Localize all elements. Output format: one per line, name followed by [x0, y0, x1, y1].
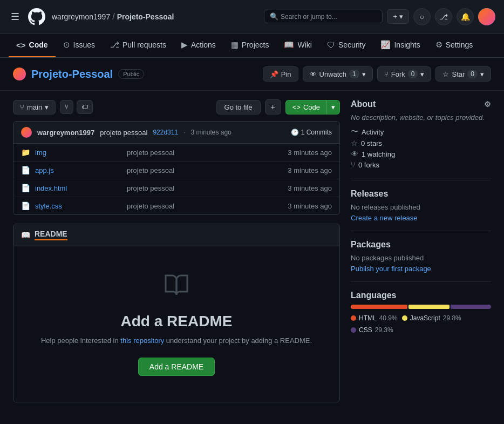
readme-heading: Add a README — [26, 313, 326, 330]
add-file-button[interactable]: + — [265, 99, 281, 115]
branch-icon-row: ⑂ 🏷 — [60, 100, 93, 114]
eye-stat-icon: 👁 — [351, 150, 358, 158]
actions-nav-icon: ▶ — [181, 40, 188, 50]
readme-subtext-link[interactable]: this repository — [120, 336, 164, 345]
nav-item-projects[interactable]: ▦ Projects — [223, 33, 277, 57]
activity-stat[interactable]: 〜 Activity — [351, 127, 491, 137]
about-settings-icon[interactable]: ⚙ — [484, 100, 491, 109]
readme-title: README — [35, 230, 67, 240]
avatar-image — [478, 8, 495, 25]
activity-icon: 〜 — [351, 127, 358, 137]
css-lang-item[interactable]: CSS 29.3% — [351, 326, 393, 334]
breadcrumb-user[interactable]: wargreymon1997 — [52, 12, 110, 21]
nav-label-code: Code — [29, 41, 48, 49]
table-row: 📄 style.css projeto pessoal 3 minutes ag… — [13, 197, 339, 214]
tag-button[interactable]: 🏷 — [77, 100, 93, 114]
nav-item-pull-requests[interactable]: ⎇ Pull requests — [103, 33, 174, 57]
branch-caret-icon: ▾ — [45, 103, 49, 111]
pin-button[interactable]: 📌 Pin — [263, 66, 298, 82]
search-icon: 🔍 — [270, 12, 278, 21]
fork-button[interactable]: ⑂ Fork 0 ▾ — [377, 66, 432, 82]
stars-stat[interactable]: ☆ 0 stars — [351, 139, 491, 147]
sidebar-divider-2 — [351, 231, 491, 231]
about-title: About ⚙ — [351, 99, 491, 109]
nav-label-actions: Actions — [191, 41, 216, 49]
js-lang-item[interactable]: JavaScript 29.8% — [402, 314, 461, 322]
nav-item-issues[interactable]: ⊙ Issues — [56, 33, 103, 57]
file-name-stylecss[interactable]: style.css — [35, 202, 121, 210]
nav-label-security: Security — [338, 41, 366, 49]
languages-section: Languages HTML 40.9% JavaScript 29.8% — [351, 291, 491, 334]
pr-nav-icon: ⎇ — [110, 40, 119, 50]
html-lang-item[interactable]: HTML 40.9% — [351, 314, 398, 322]
packages-section: Packages No packages published Publish y… — [351, 240, 491, 273]
file-name-img[interactable]: img — [35, 149, 121, 157]
css-lang-name: CSS — [359, 326, 372, 334]
about-description: No description, website, or topics provi… — [351, 113, 491, 122]
pull-requests-button[interactable]: ⎇ — [435, 8, 452, 25]
nav-label-projects: Projects — [242, 41, 269, 49]
releases-section: Releases No releases published Create a … — [351, 189, 491, 222]
avatar[interactable] — [478, 8, 495, 25]
issues-nav-icon: ⊙ — [63, 40, 70, 50]
file-name-indexhtml[interactable]: index.html — [35, 184, 121, 192]
table-row: 📄 index.html projeto pessoal 3 minutes a… — [13, 179, 339, 197]
branch-selector[interactable]: ⑂ main ▾ — [13, 100, 56, 115]
branch-name: main — [27, 103, 42, 111]
unwatch-button[interactable]: 👁 Unwatch 1 ▾ — [303, 66, 373, 82]
nav-item-insights[interactable]: 📈 Insights — [373, 33, 427, 57]
file-time-indexhtml: 3 minutes ago — [288, 184, 332, 192]
eye-icon: 👁 — [310, 70, 317, 78]
star-icon: ☆ — [442, 70, 449, 78]
repo-header: Projeto-Pessoal Public 📌 Pin 👁 Unwatch 1… — [0, 58, 504, 91]
commit-author[interactable]: wargreymon1997 — [37, 129, 94, 137]
github-logo[interactable] — [28, 8, 45, 25]
create-release-link[interactable]: Create a new release — [351, 214, 418, 222]
repo-title[interactable]: Projeto-Pessoal — [31, 68, 113, 80]
nav-item-wiki[interactable]: 📖 Wiki — [276, 33, 319, 57]
readme-body: Add a README Help people interested in t… — [13, 246, 339, 402]
file-commit-indexhtml: projeto pessoal — [127, 184, 282, 192]
commits-link[interactable]: 🕐 1 Commits — [291, 129, 332, 136]
breadcrumb: wargreymon1997 / Projeto-Pessoal — [52, 12, 174, 22]
publish-package-link[interactable]: Publish your first package — [351, 265, 431, 273]
code-button-group: <> Code ▾ — [285, 100, 340, 115]
code-main-button[interactable]: <> Code — [285, 100, 326, 115]
commit-time: 3 minutes ago — [190, 129, 231, 136]
forks-stat[interactable]: ⑂ 0 forks — [351, 160, 491, 169]
add-readme-button[interactable]: Add a README — [138, 358, 215, 376]
about-section: About ⚙ No description, website, or topi… — [351, 99, 491, 169]
watching-stat[interactable]: 👁 1 watching — [351, 150, 491, 158]
nav-item-code[interactable]: <> Code — [9, 34, 56, 57]
readme-header: 📖 README — [13, 224, 339, 246]
code-nav-icon: <> — [16, 41, 26, 50]
nav-item-actions[interactable]: ▶ Actions — [174, 33, 223, 57]
breadcrumb-repo[interactable]: Projeto-Pessoal — [117, 12, 174, 21]
nav-label-settings: Settings — [446, 41, 473, 49]
notifications-button[interactable]: 🔔 — [457, 8, 474, 25]
branch-count-button[interactable]: ⑂ — [60, 100, 73, 114]
nav-item-security[interactable]: 🛡 Security — [319, 34, 373, 57]
hamburger-button[interactable]: ☰ — [9, 9, 22, 25]
no-releases-text: No releases published — [351, 203, 491, 211]
issues-inbox-button[interactable]: ○ — [413, 8, 431, 25]
star-button[interactable]: ☆ Star 0 ▾ — [435, 66, 491, 82]
commit-hash[interactable]: 922d311 — [153, 129, 178, 136]
insights-nav-icon: 📈 — [380, 40, 391, 50]
branch-icon: ⑂ — [20, 103, 24, 111]
search-button[interactable]: 🔍 Search or jump to... — [264, 10, 383, 23]
language-list: HTML 40.9% JavaScript 29.8% CSS 29.3% — [351, 314, 491, 334]
book-icon: 📖 — [21, 231, 30, 239]
commits-count: 1 Commits — [301, 129, 332, 136]
nav-item-settings[interactable]: ⚙ Settings — [428, 33, 481, 57]
code-caret-button[interactable]: ▾ — [326, 100, 340, 115]
css-bar-segment — [451, 305, 491, 309]
plus-icon: + — [393, 12, 397, 21]
code-icon: <> — [292, 103, 301, 111]
pr-icon: ⎇ — [439, 12, 448, 21]
create-new-button[interactable]: + ▾ — [387, 9, 409, 24]
js-lang-pct: 29.8% — [443, 314, 461, 322]
go-to-file-button[interactable]: Go to file — [216, 100, 261, 115]
file-name-appjs[interactable]: app.js — [35, 166, 121, 174]
file-commit-appjs: projeto pessoal — [127, 166, 282, 174]
